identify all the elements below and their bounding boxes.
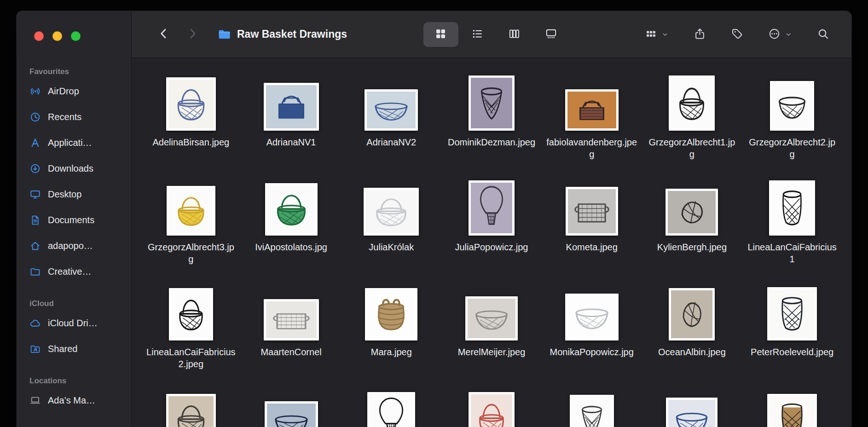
file-thumbnail[interactable]: [469, 180, 515, 236]
file-thumbnail[interactable]: [367, 392, 415, 427]
file-item-kylienbergh-jpeg[interactable]: KylienBergh.jpeg: [642, 179, 742, 265]
file-thumbnail[interactable]: [666, 398, 718, 427]
file-thumbnail[interactable]: [767, 394, 817, 427]
sidebar-item-recents[interactable]: Recents: [17, 104, 131, 130]
file-thumbnail-frame: [469, 388, 515, 427]
file-thumbnail-frame: [669, 283, 715, 340]
sidebar-item-desktop[interactable]: Desktop: [17, 181, 131, 207]
file-item-oceanalbin-jpeg[interactable]: OceanAlbin.jpeg: [642, 283, 742, 370]
file-thumbnail-frame: [365, 74, 418, 131]
file-thumbnail[interactable]: [264, 299, 319, 340]
file-thumbnail[interactable]: [166, 77, 216, 131]
tags-button[interactable]: [731, 28, 743, 41]
file-thumbnail[interactable]: [669, 288, 715, 340]
file-thumbnail[interactable]: [565, 294, 619, 340]
back-button[interactable]: [157, 27, 170, 41]
file-item-linealancaifabricius1[interactable]: LineaLanCaiFabricius1: [742, 179, 842, 265]
file-name: PeterRoeleveld.jpeg: [751, 346, 833, 358]
close-button[interactable]: [34, 31, 44, 41]
file-item-juliapopowicz-jpg[interactable]: JuliaPopowicz.jpg: [441, 179, 542, 265]
file-item-linealancaifabricius2-jpeg[interactable]: LineaLanCaiFabricius2.jpeg: [141, 283, 241, 370]
search-button[interactable]: [817, 28, 829, 41]
file-thumbnail[interactable]: [169, 288, 213, 340]
share-button[interactable]: [694, 28, 706, 41]
share-icon: [694, 28, 706, 41]
sidebar-item-applicati[interactable]: Applicati…: [17, 130, 131, 156]
file-item-mara-jpeg[interactable]: Mara.jpeg: [341, 283, 441, 370]
gallery-view-button[interactable]: [534, 22, 569, 47]
file-thumbnail[interactable]: [665, 189, 718, 236]
sidebar-item-creative[interactable]: Creative…: [17, 259, 131, 284]
file-thumbnail[interactable]: [264, 83, 319, 131]
sidebar-item-label: iCloud Dri…: [48, 318, 98, 329]
sidebar-item-ada-s-ma[interactable]: Ada’s Ma…: [17, 387, 131, 413]
file-thumbnail[interactable]: [265, 401, 318, 427]
file-item-grzegorzalbrecht2-jpg[interactable]: GrzegorzAlbrecht2.jpg: [742, 74, 842, 160]
file-thumbnail[interactable]: [465, 296, 518, 340]
file-item-partial[interactable]: [441, 388, 542, 427]
file-item-partial[interactable]: [542, 388, 642, 427]
file-thumbnail[interactable]: [265, 183, 318, 236]
file-thumbnail[interactable]: [669, 75, 715, 131]
file-item-merelmeijer-jpeg[interactable]: MerelMeijer.jpeg: [441, 283, 542, 370]
file-thumbnail[interactable]: [570, 395, 614, 427]
file-thumbnail[interactable]: [469, 392, 515, 427]
grid-view-icon: [434, 28, 447, 41]
sidebar-item-documents[interactable]: Documents: [17, 207, 131, 233]
file-item-grzegorzalbrecht1-jpg[interactable]: GrzegorzAlbrecht1.jpg: [642, 74, 742, 160]
minimize-button[interactable]: [52, 31, 62, 41]
file-item-grzegorzalbrecht3-jpg[interactable]: GrzegorzAlbrecht3.jpg: [141, 179, 241, 265]
file-thumbnail[interactable]: [566, 187, 618, 236]
file-thumbnail-frame: [565, 283, 619, 340]
file-thumbnail[interactable]: [769, 180, 815, 236]
shared-folder-icon: [29, 343, 41, 355]
file-thumbnail[interactable]: [770, 81, 814, 131]
sidebar-item-airdrop[interactable]: AirDrop: [17, 78, 131, 104]
file-thumbnail[interactable]: [364, 188, 419, 236]
zoom-button[interactable]: [71, 31, 81, 41]
column-view-button[interactable]: [497, 22, 532, 47]
list-view-icon: [471, 28, 484, 41]
file-name: Mara.jpeg: [371, 346, 412, 358]
file-thumbnail[interactable]: [365, 89, 418, 131]
chevron-right-icon: [186, 27, 199, 41]
forward-button[interactable]: [186, 27, 199, 41]
file-item-maartencornel[interactable]: MaartenCornel: [241, 283, 341, 370]
sidebar-item-shared[interactable]: Shared: [17, 336, 131, 362]
group-by-button[interactable]: [645, 28, 669, 41]
file-item-monikapopowicz-jpg[interactable]: MonikaPopowicz.jpg: [542, 283, 642, 370]
sidebar-item-icloud-dri[interactable]: iCloud Dri…: [17, 310, 131, 336]
file-item-partial[interactable]: [742, 388, 842, 427]
file-name: GrzegorzAlbrecht2.jpg: [746, 136, 838, 160]
file-thumbnail[interactable]: [767, 287, 817, 340]
file-item-adriananv1[interactable]: AdrianaNV1: [241, 74, 341, 160]
icon-view-button[interactable]: [423, 22, 458, 47]
file-thumbnail-frame: [665, 179, 718, 236]
file-thumbnail[interactable]: [565, 89, 619, 131]
file-item-dominikdezman-jpeg[interactable]: DominikDezman.jpeg: [441, 74, 542, 160]
file-item-iviapostolatos-jpg[interactable]: IviApostolatos.jpg: [241, 179, 341, 265]
file-item-peterroeleveld-jpeg[interactable]: PeterRoeleveld.jpeg: [742, 283, 842, 370]
file-thumbnail[interactable]: [167, 186, 215, 236]
group-icon: [645, 28, 657, 41]
list-view-button[interactable]: [460, 22, 495, 47]
file-item-adriananv2[interactable]: AdrianaNV2: [341, 74, 441, 160]
gallery-view-icon: [545, 28, 557, 41]
chevron-down-icon: [661, 31, 669, 38]
file-item-partial[interactable]: [341, 388, 441, 427]
file-thumbnail[interactable]: [469, 75, 515, 131]
sidebar-section-title: iCloud: [17, 299, 131, 308]
file-thumbnail[interactable]: [166, 394, 216, 427]
more-actions-button[interactable]: [768, 28, 792, 41]
file-item-kometa-jpeg[interactable]: Kometa.jpeg: [542, 179, 642, 265]
file-name: MonikaPopowicz.jpg: [550, 346, 634, 358]
file-item-partial[interactable]: [241, 388, 341, 427]
file-item-fabiolavandenberg-jpeg[interactable]: fabiolavandenberg.jpeg: [542, 74, 642, 160]
file-item-partial[interactable]: [642, 388, 742, 427]
sidebar-item-downloads[interactable]: Downloads: [17, 156, 131, 181]
file-item-adelinabirsan-jpeg[interactable]: AdelinaBirsan.jpeg: [141, 74, 241, 160]
file-item-partial[interactable]: [141, 388, 241, 427]
file-thumbnail[interactable]: [365, 288, 417, 340]
file-item-juliakr-lak[interactable]: JuliaKrólak: [341, 179, 441, 265]
sidebar-item-adapopo[interactable]: adapopo…: [17, 233, 131, 259]
